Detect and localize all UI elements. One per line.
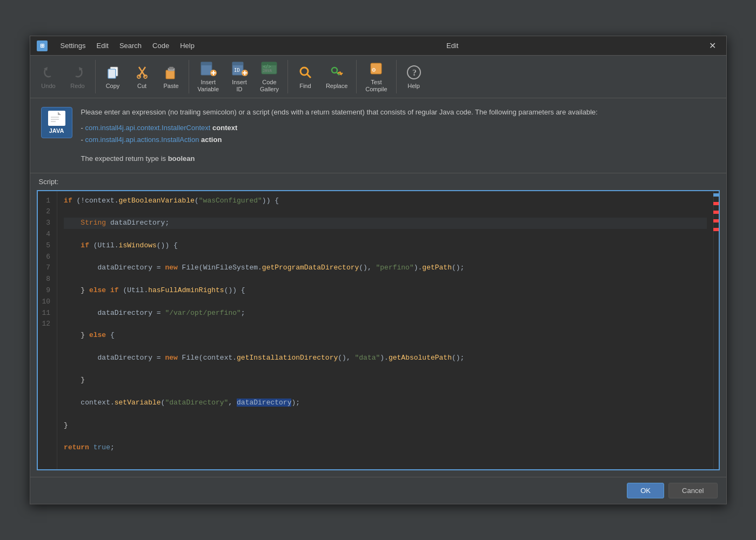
- code-content[interactable]: if (!context.getBooleanVariable("wasConf…: [57, 191, 713, 469]
- cut-button[interactable]: Cut: [128, 58, 156, 95]
- svg-rect-11: [169, 67, 173, 69]
- undo-label: Undo: [41, 83, 55, 89]
- mini-indicator-4: [713, 219, 719, 222]
- menu-code[interactable]: Code: [148, 40, 173, 51]
- insert-id-label: InsertID: [232, 79, 247, 93]
- ok-button[interactable]: OK: [627, 483, 664, 498]
- toolbar: Undo Redo Copy: [30, 56, 726, 98]
- cancel-button[interactable]: Cancel: [668, 483, 717, 498]
- insert-variable-icon: [199, 60, 217, 77]
- test-compile-label: TestCompile: [365, 79, 387, 93]
- code-gallery-button[interactable]: </> JAVA CodeGallery: [255, 58, 284, 95]
- main-dialog: ⊞ Settings Edit Search Code Help Edit ✕ …: [30, 36, 727, 504]
- separator-4: [356, 60, 357, 93]
- mini-indicator-5: [713, 228, 719, 231]
- replace-button[interactable]: Replace: [320, 58, 353, 95]
- separator-5: [396, 60, 397, 93]
- insert-id-button[interactable]: ID InsertID: [225, 58, 253, 95]
- code-area: 1 2 3 4 5 6 7 8 9 10 11 12 if (!context.…: [38, 191, 719, 469]
- param-2-name: action: [201, 136, 222, 144]
- info-description: Please enter an expression (no trailing …: [81, 107, 715, 118]
- menu-help[interactable]: Help: [176, 40, 199, 51]
- code-gallery-icon: </> JAVA: [260, 60, 278, 77]
- redo-icon: [69, 64, 86, 81]
- separator-2: [189, 60, 189, 93]
- footer: OK Cancel: [30, 477, 726, 504]
- java-icon: JAVA: [41, 107, 72, 138]
- menu-edit[interactable]: Edit: [92, 40, 112, 51]
- script-label: Script:: [30, 173, 726, 188]
- separator-3: [287, 60, 288, 93]
- svg-rect-4: [108, 69, 116, 78]
- menu-settings[interactable]: Settings: [56, 40, 90, 51]
- java-label: JAVA: [49, 127, 64, 134]
- return-type-line: The expected return type is boolean: [81, 153, 715, 164]
- cut-icon: [133, 64, 151, 81]
- help-label: Help: [407, 83, 420, 89]
- separator-1: [95, 60, 96, 93]
- mini-indicator-2: [713, 202, 719, 205]
- param-1-name: context: [212, 124, 237, 132]
- menu-search[interactable]: Search: [115, 40, 146, 51]
- svg-rect-9: [166, 70, 175, 79]
- svg-text:ID: ID: [234, 68, 240, 73]
- dialog-title: Edit: [446, 42, 458, 50]
- code-gallery-label: CodeGallery: [260, 79, 279, 93]
- find-button[interactable]: Find: [291, 58, 319, 95]
- svg-text:?: ?: [412, 68, 417, 77]
- mini-indicator-top: [713, 193, 719, 197]
- svg-text:JAVA: JAVA: [263, 69, 272, 73]
- close-button[interactable]: ✕: [706, 39, 719, 52]
- menu-bar: Settings Edit Search Code Help: [56, 40, 199, 51]
- undo-icon: [40, 64, 57, 81]
- line-numbers: 1 2 3 4 5 6 7 8 9 10 11 12: [38, 191, 58, 469]
- app-icon: ⊞: [37, 40, 48, 51]
- param-2-line: - com.install4j.api.actions.InstallActio…: [81, 134, 715, 145]
- insert-variable-label: InsertVariable: [198, 79, 219, 93]
- help-icon: ?: [405, 64, 423, 81]
- mini-map: [713, 191, 719, 469]
- copy-label: Copy: [106, 83, 120, 89]
- svg-rect-18: [232, 62, 243, 65]
- return-type: boolean: [168, 154, 195, 163]
- code-editor-container: 1 2 3 4 5 6 7 8 9 10 11 12 if (!context.…: [37, 190, 720, 470]
- param-2-link[interactable]: com.install4j.api.actions.InstallAction: [85, 136, 199, 144]
- redo-label: Redo: [70, 83, 84, 89]
- find-label: Find: [299, 83, 311, 89]
- svg-text:⚙: ⚙: [372, 66, 376, 73]
- svg-point-27: [300, 68, 308, 75]
- svg-rect-13: [201, 62, 212, 65]
- svg-point-29: [332, 68, 337, 73]
- test-compile-button[interactable]: ⚙ TestCompile: [360, 58, 392, 95]
- java-doc-icon: [48, 111, 65, 126]
- paste-button[interactable]: Paste: [157, 58, 185, 95]
- cut-label: Cut: [137, 83, 146, 89]
- replace-icon: [328, 64, 345, 81]
- paste-icon: [163, 64, 180, 81]
- copy-icon: [104, 64, 122, 81]
- info-text-area: Please enter an expression (no trailing …: [81, 107, 715, 164]
- copy-button[interactable]: Copy: [99, 58, 127, 95]
- title-bar: ⊞ Settings Edit Search Code Help Edit ✕: [30, 36, 726, 56]
- help-button[interactable]: ? Help: [400, 58, 428, 95]
- insert-id-icon: ID: [231, 60, 248, 77]
- title-bar-left: ⊞ Settings Edit Search Code Help: [37, 40, 199, 51]
- svg-line-28: [307, 74, 311, 78]
- replace-label: Replace: [326, 83, 347, 89]
- find-icon: [297, 64, 314, 81]
- param-1-link[interactable]: com.install4j.api.context.InstallerConte…: [85, 124, 210, 132]
- info-panel: JAVA Please enter an expression (no trai…: [30, 98, 726, 173]
- test-compile-icon: ⚙: [367, 60, 385, 77]
- param-1-line: - com.install4j.api.context.InstallerCon…: [81, 123, 715, 133]
- redo-button[interactable]: Redo: [64, 58, 92, 95]
- insert-variable-button[interactable]: InsertVariable: [192, 58, 225, 95]
- undo-button[interactable]: Undo: [35, 58, 63, 95]
- paste-label: Paste: [163, 83, 178, 89]
- mini-indicator-3: [713, 211, 719, 214]
